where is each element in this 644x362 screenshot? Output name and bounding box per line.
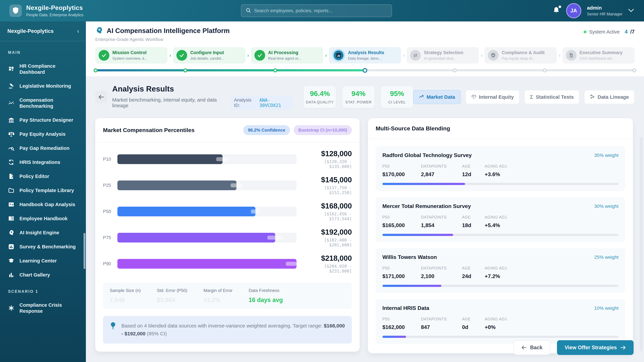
global-search[interactable] bbox=[241, 4, 392, 17]
step-mission-control[interactable]: Mission ControlSystem overview, d... bbox=[95, 47, 167, 63]
active-step-ring bbox=[332, 49, 345, 62]
progress-dot bbox=[183, 68, 187, 72]
sidebar-item-pay-equity-analysis[interactable]: Pay Equity Analysis bbox=[5, 127, 81, 141]
sidebar-collapse-icon[interactable]: ‹ bbox=[77, 28, 79, 34]
sidebar-item-employee-handbook[interactable]: Employee Handbook bbox=[5, 212, 81, 226]
blending-title: Multi-Source Data Blending bbox=[376, 125, 450, 132]
shield-icon bbox=[12, 7, 19, 14]
weight-badge: 10% weight bbox=[594, 306, 618, 311]
bar-fill bbox=[118, 154, 222, 164]
brand-logo bbox=[10, 4, 22, 17]
step-configure-input[interactable]: Configure InputJob details, candid... bbox=[173, 47, 245, 63]
weight-bar bbox=[382, 234, 618, 236]
progress-dot bbox=[632, 68, 636, 72]
source-card-mercer: Mercer Total Remuneration Survey 30% wei… bbox=[376, 197, 625, 242]
chevron-down-icon[interactable] bbox=[628, 8, 634, 13]
user-info: admin Senior HR Manager bbox=[587, 5, 622, 16]
source-card-internal-hris: Internal HRIS Data 10% weight P50$162,00… bbox=[376, 299, 625, 344]
step-executive-summary[interactable]: Executive SummaryCXO dashboard wit... bbox=[562, 47, 634, 63]
bar-fill bbox=[118, 207, 256, 216]
folder-icon bbox=[8, 187, 14, 194]
search-input[interactable] bbox=[254, 8, 387, 13]
view-offer-strategies-button[interactable]: View Offer Strategies bbox=[557, 340, 634, 355]
chevron-right-icon: › bbox=[323, 52, 329, 58]
avatar-initials: JA bbox=[570, 8, 577, 14]
sidebar-item-pay-gap-remediation[interactable]: Pay Gap Remediation bbox=[5, 141, 81, 155]
back-button-footer[interactable]: Back bbox=[514, 340, 550, 355]
chart-bars-icon bbox=[8, 272, 14, 278]
file-edit-icon bbox=[8, 173, 14, 179]
weight-bar bbox=[382, 336, 618, 338]
progress-dot bbox=[273, 68, 277, 72]
section-title: Analysis Results bbox=[112, 84, 293, 93]
weight-badge: 35% weight bbox=[594, 153, 618, 158]
sidebar-scrollbar[interactable] bbox=[84, 233, 85, 269]
sidebar-item-policy-template-library[interactable]: Policy Template Library bbox=[5, 183, 81, 197]
asterisk-icon bbox=[8, 305, 14, 311]
notification-dot bbox=[559, 5, 561, 8]
page-scrollbar[interactable] bbox=[640, 137, 643, 352]
sidebar-section-scenario-1: SCENARIO 1 bbox=[8, 289, 81, 294]
metric-ci-level: 95% CI LEVEL bbox=[381, 86, 413, 108]
checklist-icon bbox=[8, 201, 14, 208]
progress-dot bbox=[453, 68, 457, 72]
step-analysis-results[interactable]: Analysis ResultsData lineage, benc... bbox=[329, 47, 401, 63]
ci-band bbox=[286, 262, 296, 266]
lineage-icon bbox=[590, 94, 595, 100]
tab-statistical-tests[interactable]: Σ Statistical Tests bbox=[524, 90, 580, 104]
percentile-row-p10: P10 $128,000[$120,320 - $135,680] bbox=[103, 149, 352, 169]
back-button[interactable] bbox=[95, 91, 107, 103]
book-icon bbox=[8, 215, 14, 222]
weight-bar bbox=[382, 183, 618, 185]
sidebar-item-learning-center[interactable]: Learning Center bbox=[5, 254, 81, 268]
bank-icon bbox=[8, 117, 14, 123]
sidebar-item-chart-gallery[interactable]: Chart Gallery bbox=[5, 268, 81, 282]
metric-stat-power: 94% STAT. POWER bbox=[342, 86, 374, 108]
chevron-right-icon: › bbox=[245, 52, 251, 58]
shield-check-icon bbox=[488, 50, 498, 61]
ci-band bbox=[267, 236, 283, 240]
sidebar-item-compensation-benchmarking[interactable]: Compensation Benchmarking bbox=[5, 93, 81, 113]
check-icon bbox=[254, 50, 265, 61]
analysis-id-value: ANA-30VCOX21 bbox=[259, 97, 290, 108]
tab-internal-equity[interactable]: Internal Equity bbox=[466, 90, 520, 104]
sidebar-item-legislative-monitoring[interactable]: Legislative Monitoring bbox=[5, 79, 81, 93]
blending-card: Multi-Source Data Blending Radford Globa… bbox=[368, 118, 633, 353]
ci-band bbox=[216, 157, 229, 161]
bar-track bbox=[118, 180, 296, 190]
check-icon bbox=[176, 50, 187, 61]
sidebar-item-compliance-crisis-response[interactable]: Compliance Crisis Response bbox=[5, 298, 81, 318]
step-strategy-selection[interactable]: Strategy SelectionAI-generated strat... bbox=[407, 47, 479, 63]
avatar[interactable]: JA bbox=[566, 3, 581, 18]
results-toolbar: Analysis Results Market benchmarking, in… bbox=[86, 77, 644, 110]
page-subtitle: Enterprise-Grade Agentic Workflow bbox=[95, 37, 230, 42]
step-compliance-audit[interactable]: Compliance & AuditPay equity deep di... bbox=[484, 47, 556, 63]
tab-data-lineage[interactable]: Data Lineage bbox=[584, 90, 634, 104]
percentile-bars: P10 $128,000[$120,320 - $135,680] P25 $1… bbox=[95, 142, 360, 282]
section-subtitle: Market benchmarking, internal equity, an… bbox=[112, 97, 226, 108]
sidebar-item-policy-editor[interactable]: Policy Editor bbox=[5, 169, 81, 183]
sidebar-item-hr-compliance-dashboard[interactable]: HR Compliance Dashboard bbox=[5, 59, 81, 79]
bar-track bbox=[118, 259, 296, 269]
bar-chart-square-icon bbox=[8, 244, 14, 250]
user-role: Senior HR Manager bbox=[587, 12, 622, 16]
sync-icon bbox=[8, 159, 14, 165]
progress-dot bbox=[94, 68, 98, 72]
sidebar-item-survey-benchmarking[interactable]: Survey & Benchmarking bbox=[5, 240, 81, 254]
step-ai-processing[interactable]: AI ProcessingReal-time agent or... bbox=[251, 47, 323, 63]
sidebar-item-handbook-gap-analysis[interactable]: Handbook Gap Analysis bbox=[5, 197, 81, 212]
percentiles-title: Market Compensation Percentiles bbox=[103, 127, 194, 133]
workflow-progress-bar bbox=[96, 69, 634, 71]
sidebar-item-hris-integrations[interactable]: HRIS Integrations bbox=[5, 155, 81, 169]
sidebar-item-ai-insight-engine[interactable]: AI Insight Engine bbox=[5, 226, 81, 240]
bar-track bbox=[118, 233, 296, 243]
workflow-progress-fill bbox=[96, 69, 365, 71]
weight-bar-fill bbox=[382, 285, 442, 287]
topbar: Nexgile-Peoplytics People Data. Enterpri… bbox=[0, 0, 644, 21]
metric-data-quality: 96.4% DATA QUALITY bbox=[304, 86, 336, 108]
tab-market-data[interactable]: Market Data bbox=[413, 90, 461, 104]
notifications-button[interactable] bbox=[553, 6, 560, 15]
gavel-icon bbox=[8, 83, 14, 89]
page-header: AI Compensation Intelligence Platform En… bbox=[86, 21, 644, 77]
sidebar-item-pay-structure-designer[interactable]: Pay Structure Designer bbox=[5, 113, 81, 127]
